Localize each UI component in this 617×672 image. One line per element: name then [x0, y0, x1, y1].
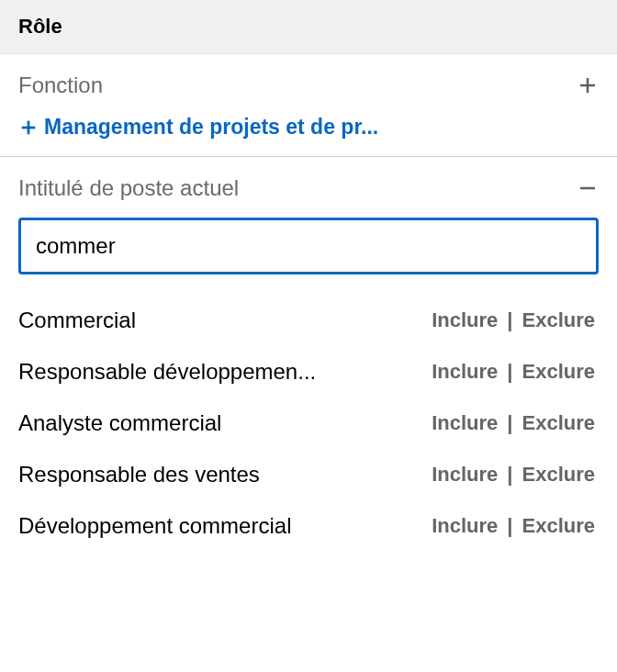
fonction-chip-row: Management de projets et de pr... — [18, 115, 599, 140]
include-action[interactable]: Inclure — [428, 463, 501, 487]
role-section-title: Rôle — [18, 15, 599, 39]
suggestion-row: Responsable développemen... Inclure | Ex… — [18, 346, 599, 398]
plus-icon — [18, 118, 39, 138]
suggestion-actions: Inclure | Exclure — [428, 360, 599, 384]
fonction-title: Fonction — [18, 73, 103, 98]
action-divider: | — [501, 411, 518, 435]
exclude-action[interactable]: Exclure — [519, 514, 600, 538]
suggestion-actions: Inclure | Exclure — [428, 308, 599, 332]
suggestion-label: Analyste commercial — [18, 410, 221, 436]
suggestion-actions: Inclure | Exclure — [428, 411, 599, 435]
role-section-header: Rôle — [0, 0, 617, 54]
include-action[interactable]: Inclure — [428, 411, 501, 435]
intitule-title: Intitulé de poste actuel — [18, 175, 239, 201]
minus-icon[interactable] — [577, 177, 599, 199]
suggestion-row: Analyste commercial Inclure | Exclure — [18, 398, 599, 449]
include-action[interactable]: Inclure — [428, 514, 501, 538]
include-action[interactable]: Inclure — [428, 308, 501, 332]
exclude-action[interactable]: Exclure — [519, 360, 600, 384]
intitule-search-wrapper — [18, 218, 599, 274]
suggestion-label: Responsable développemen... — [18, 359, 316, 385]
fonction-filter-group: Fonction Management de projets et de pr.… — [0, 54, 617, 156]
exclude-action[interactable]: Exclure — [519, 411, 600, 435]
suggestion-row: Commercial Inclure | Exclure — [18, 295, 599, 346]
action-divider: | — [501, 514, 518, 538]
suggestions-list: Commercial Inclure | Exclure Responsable… — [18, 295, 599, 552]
plus-icon[interactable] — [577, 74, 599, 96]
exclude-action[interactable]: Exclure — [519, 463, 600, 487]
fonction-chip-label: Management de projets et de pr... — [44, 115, 378, 140]
exclude-action[interactable]: Exclure — [519, 308, 600, 332]
add-fonction-chip[interactable]: Management de projets et de pr... — [18, 115, 378, 140]
suggestion-actions: Inclure | Exclure — [428, 514, 599, 538]
action-divider: | — [501, 360, 518, 384]
intitule-filter-group: Intitulé de poste actuel Commercial Incl… — [0, 156, 617, 568]
intitule-search-input[interactable] — [18, 218, 599, 274]
suggestion-actions: Inclure | Exclure — [428, 463, 599, 487]
suggestion-row: Développement commercial Inclure | Exclu… — [18, 500, 599, 552]
action-divider: | — [501, 308, 518, 332]
suggestion-label: Responsable des ventes — [18, 462, 260, 487]
include-action[interactable]: Inclure — [428, 360, 501, 384]
suggestion-label: Développement commercial — [18, 513, 291, 539]
action-divider: | — [501, 463, 518, 487]
suggestion-row: Responsable des ventes Inclure | Exclure — [18, 449, 599, 500]
intitule-filter-header: Intitulé de poste actuel — [18, 175, 599, 201]
suggestion-label: Commercial — [18, 308, 136, 333]
fonction-filter-header: Fonction — [18, 73, 599, 98]
